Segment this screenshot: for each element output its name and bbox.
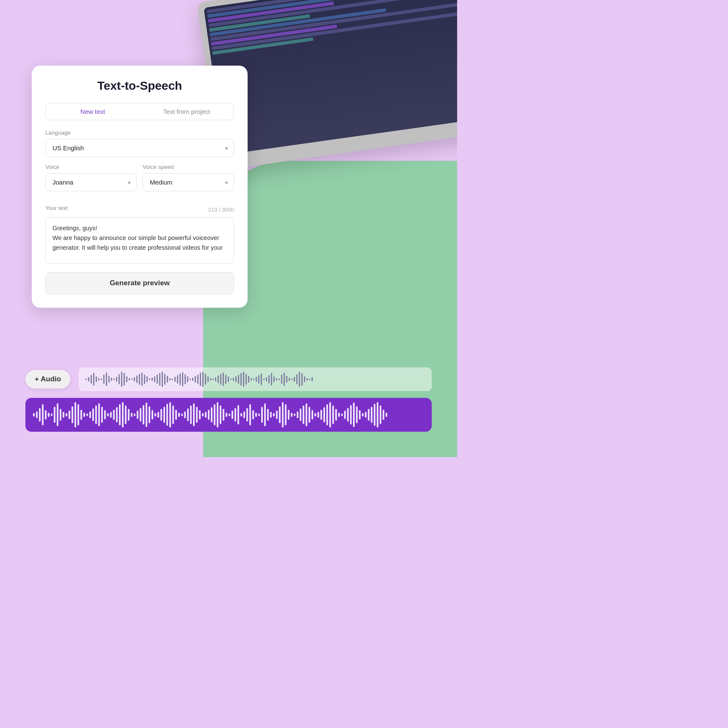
waveform-bar	[232, 411, 233, 419]
waveform-bar	[230, 378, 232, 381]
waveform-bar	[144, 375, 145, 384]
language-select-wrapper: US English UK English Spanish French ▾	[45, 139, 234, 157]
waveform-bar	[217, 402, 218, 427]
waveform-bar	[205, 374, 206, 385]
waveform-bar	[211, 407, 212, 422]
waveform-bar	[152, 378, 153, 381]
waveform-bar	[140, 408, 141, 422]
waveform-bar	[268, 375, 270, 383]
tab-text-from-project[interactable]: Text from project	[140, 103, 234, 120]
waveform-bar	[225, 375, 226, 384]
waveform-bar	[72, 406, 73, 424]
waveform-bar	[187, 376, 188, 382]
waveform-bar	[121, 372, 122, 387]
voice-speed-section: Voice speed Medium Slow Fast ▾	[143, 164, 234, 198]
waveform-bar	[220, 405, 221, 424]
waveform-bar	[129, 378, 130, 381]
waveform-bar	[104, 410, 106, 419]
waveform-purple[interactable]	[25, 398, 432, 432]
add-audio-button[interactable]: + Audio	[25, 370, 70, 389]
waveform-bar	[96, 376, 97, 382]
waveform-bar	[137, 411, 138, 419]
tab-new-text[interactable]: New text	[46, 103, 140, 120]
voice-speed-select[interactable]: Medium Slow Fast	[143, 173, 234, 191]
waveform-bar	[205, 412, 207, 418]
waveform-bar	[270, 412, 272, 418]
waveform-bar	[341, 414, 343, 416]
waveform-bar	[54, 407, 55, 423]
language-section: Language US English UK English Spanish F…	[45, 130, 234, 157]
language-label: Language	[45, 130, 234, 136]
waveform-bar	[149, 406, 150, 424]
waveform-bar	[288, 410, 290, 420]
dialog-title: Text-to-Speech	[45, 79, 234, 93]
waveform-bar	[159, 373, 160, 385]
waveform-bar	[300, 408, 301, 421]
waveform-bar	[285, 404, 287, 425]
waveform-bar	[323, 407, 325, 422]
waveform-bar	[139, 374, 140, 385]
waveform-bar	[309, 378, 310, 380]
waveform-bar	[218, 375, 219, 383]
waveform-bar	[98, 378, 99, 381]
waveform-bar	[107, 413, 109, 416]
waveform-bar	[350, 405, 352, 425]
waveform-bar	[276, 411, 278, 419]
waveform-bar	[163, 407, 165, 423]
waveform-bar	[134, 377, 135, 381]
waveform-bar	[134, 414, 135, 416]
voice-speed-label: Voice speed	[143, 164, 234, 170]
waveform-bar	[301, 373, 303, 385]
waveform-bar	[86, 414, 88, 416]
waveform-bar	[251, 378, 252, 381]
waveform-bar	[304, 376, 305, 383]
text-input[interactable]: Greetings, guys! We are happy to announc…	[45, 217, 234, 264]
waveform-bar	[303, 405, 304, 424]
waveform-bar	[160, 409, 162, 420]
waveform-bar	[179, 373, 181, 385]
waveform-bar	[85, 378, 87, 381]
waveform-bar	[252, 410, 254, 419]
waveform-bar	[344, 411, 346, 419]
waveform-bar	[329, 402, 331, 427]
waveform-bar	[93, 373, 94, 385]
waveform-bar	[116, 407, 118, 422]
waveform-bar	[83, 413, 85, 417]
tab-group: New text Text from project	[45, 103, 234, 120]
waveform-bar	[131, 413, 132, 417]
waveform-bar	[162, 372, 163, 387]
voice-select-wrapper: Joanna Matthew Salli ▾	[45, 173, 137, 191]
waveform-bar	[167, 376, 168, 383]
waveform-bar	[48, 413, 50, 417]
waveform-purple-bars	[33, 402, 424, 427]
waveform-bar	[291, 378, 292, 381]
waveform-bar	[273, 413, 275, 416]
waveform-bar	[119, 404, 121, 425]
language-select[interactable]: US English UK English Spanish French	[45, 139, 234, 157]
your-text-label: Your text	[45, 205, 68, 211]
waveform-bar	[320, 410, 322, 420]
waveform-bar	[266, 377, 267, 381]
waveform-bar	[69, 411, 70, 419]
voice-select[interactable]: Joanna Matthew Salli	[45, 173, 137, 191]
waveform-bar	[39, 408, 41, 422]
waveform-bar	[258, 414, 260, 416]
waveform-bar	[299, 372, 300, 387]
waveform-bar	[279, 406, 281, 424]
waveform-bar	[238, 375, 239, 383]
waveform-bar	[306, 403, 307, 427]
waveform-bar	[235, 376, 237, 383]
char-count: 219 / 3000	[208, 207, 234, 213]
generate-preview-button[interactable]: Generate preview	[45, 272, 234, 294]
waveform-bar	[261, 373, 262, 385]
waveform-bar	[200, 372, 201, 386]
waveform-bar	[175, 410, 177, 420]
waveform-bar	[169, 378, 171, 381]
waveform-bar	[164, 374, 165, 385]
waveform-bar	[92, 408, 94, 421]
waveform-bar	[190, 405, 192, 424]
waveform-bar	[106, 372, 107, 386]
waveform-bar	[255, 413, 257, 417]
waveform-bar	[240, 373, 242, 385]
waveform-bar	[353, 403, 355, 427]
